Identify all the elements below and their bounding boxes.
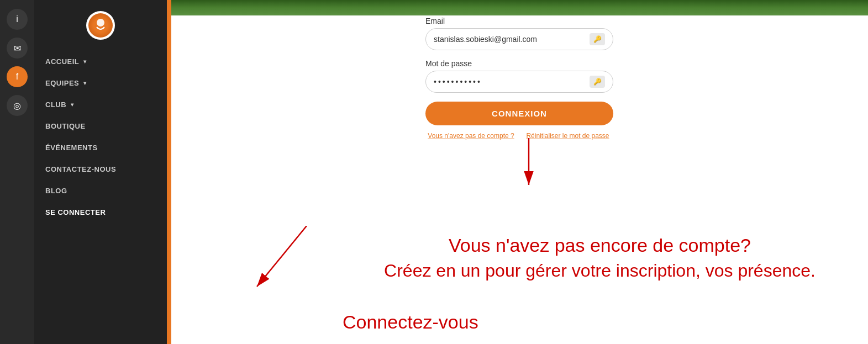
red-arrow-sidebar-svg	[251, 226, 323, 298]
caret-equipes: ▾	[83, 80, 87, 86]
annotation-line1: Vous n'avez pas encore de compte?	[337, 232, 862, 259]
svg-line-4	[257, 226, 307, 287]
facebook-icon: f	[16, 72, 18, 82]
email-icon: ✉	[14, 43, 21, 54]
caret-accueil: ▾	[83, 59, 87, 65]
connect-label: Connectez-vous	[343, 311, 478, 332]
main-content: Email 🔑 Mot de passe 🔑 CONNEXION Vous n'…	[171, 0, 868, 344]
connexion-button[interactable]: CONNEXION	[425, 102, 613, 125]
key-icon-2: 🔑	[593, 78, 602, 86]
nav-label-evenements: ÉVÉNEMENTS	[45, 144, 98, 152]
email-autofill-icon[interactable]: 🔑	[590, 33, 605, 45]
nav-item-accueil[interactable]: ACCUEIL ▾	[34, 51, 167, 72]
nav-item-contactez[interactable]: CONTACTEZ-NOUS	[34, 158, 167, 180]
nav-label-se-connecter: SE CONNECTER	[45, 208, 106, 216]
logo-circle	[86, 11, 115, 40]
nav-label-contactez: CONTACTEZ-NOUS	[45, 165, 116, 173]
nav-item-blog[interactable]: BLOG	[34, 180, 167, 202]
nav-item-evenements[interactable]: ÉVÉNEMENTS	[34, 137, 167, 158]
svg-point-0	[97, 19, 104, 27]
background-image-strip	[171, 0, 868, 15]
nav-label-club: CLUB	[45, 100, 66, 109]
password-input-wrapper: 🔑	[425, 71, 613, 93]
facebook-icon-button[interactable]: f	[7, 66, 28, 87]
nav-label-accueil: ACCUEIL	[45, 57, 79, 66]
email-input[interactable]	[434, 35, 590, 44]
orange-accent-bar	[167, 0, 171, 344]
red-arrow-form	[512, 138, 545, 195]
red-arrow-sidebar	[251, 226, 323, 300]
nav-item-club[interactable]: CLUB ▾	[34, 94, 167, 115]
nav-item-se-connecter[interactable]: SE CONNECTER	[34, 202, 167, 223]
logo-inner	[88, 13, 113, 38]
nav-item-boutique[interactable]: BOUTIQUE	[34, 115, 167, 137]
connexion-label: CONNEXION	[492, 109, 547, 118]
annotation-connect: Connectez-vous	[343, 311, 478, 333]
email-input-wrapper: 🔑	[425, 28, 613, 50]
info-icon-button[interactable]: i	[7, 9, 28, 30]
nav-label-equipes: EQUIPES	[45, 79, 79, 87]
password-input[interactable]	[434, 77, 590, 86]
instagram-icon-button[interactable]: ◎	[7, 95, 28, 116]
nav-item-equipes[interactable]: EQUIPES ▾	[34, 72, 167, 94]
sidebar-icons-panel: i ✉ f ◎	[0, 0, 34, 344]
nav-label-boutique: BOUTIQUE	[45, 122, 86, 130]
password-label: Mot de passe	[425, 59, 613, 68]
annotation-area: Vous n'avez pas encore de compte? Créez …	[337, 232, 862, 283]
annotation-line2: Créez en un pour gérer votre inscription…	[337, 258, 862, 283]
login-form: Email 🔑 Mot de passe 🔑 CONNEXION Vous n'…	[425, 17, 613, 140]
nav-sidebar: ACCUEIL ▾ EQUIPES ▾ CLUB ▾ BOUTIQUE ÉVÉN…	[34, 0, 167, 344]
key-icon: 🔑	[593, 35, 602, 43]
nav-label-blog: BLOG	[45, 187, 67, 195]
email-label: Email	[425, 17, 613, 25]
email-icon-button[interactable]: ✉	[7, 38, 28, 59]
instagram-icon: ◎	[13, 100, 21, 111]
caret-club: ▾	[71, 102, 74, 108]
club-logo-svg	[92, 17, 109, 34]
red-arrow-form-svg	[512, 138, 545, 193]
password-autofill-icon[interactable]: 🔑	[590, 76, 605, 88]
nav-logo	[34, 6, 167, 51]
no-account-link[interactable]: Vous n'avez pas de compte ?	[425, 132, 517, 140]
info-icon: i	[16, 14, 18, 24]
